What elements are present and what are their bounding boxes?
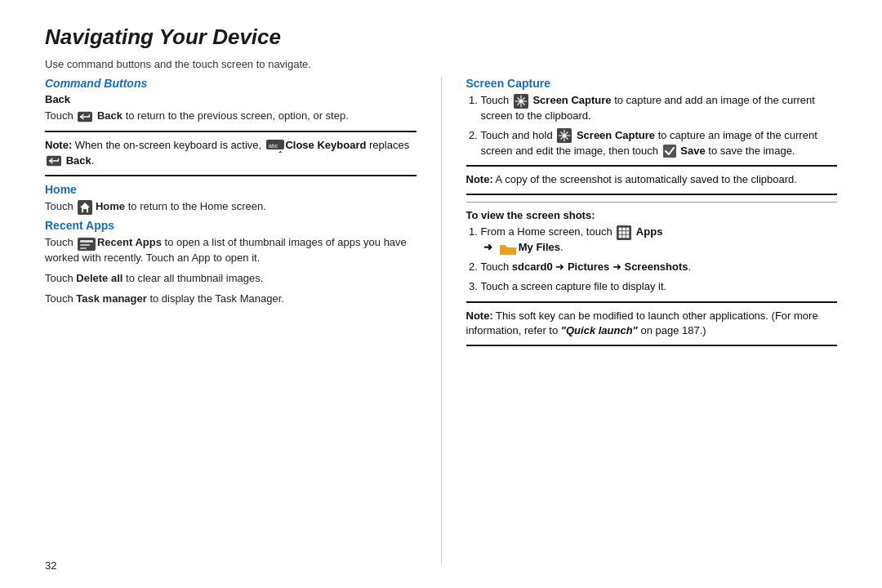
svg-point-21 xyxy=(563,134,566,137)
back-description: Touch Back to return to the previous scr… xyxy=(45,109,416,124)
recent-apps-heading: Recent Apps xyxy=(45,219,416,232)
svg-rect-30 xyxy=(619,234,622,238)
screen-capture-list: Touch Screen Capture to capture and add … xyxy=(466,93,838,158)
back-icon-note xyxy=(47,155,61,167)
to-view-heading: To view the screen shots: xyxy=(466,209,838,221)
delete-all-text: Touch Delete all to clear all thumbnail … xyxy=(45,271,416,287)
svg-rect-31 xyxy=(622,234,626,238)
save-checkmark-icon xyxy=(663,145,676,158)
svg-rect-28 xyxy=(622,231,626,234)
home-heading: Home xyxy=(45,183,416,196)
page-number: 32 xyxy=(45,559,56,572)
screen-capture-heading: Screen Capture xyxy=(466,77,838,90)
home-description: Touch Home to return to the Home screen. xyxy=(45,199,416,215)
divider-1 xyxy=(466,202,838,203)
view-item-2: Touch sdcard0 ➜ Pictures ➜ Screenshots. xyxy=(481,260,838,275)
view-item-1: From a Home screen, touch xyxy=(481,225,838,256)
arrow-icon: ➜ xyxy=(483,240,492,256)
svg-rect-7 xyxy=(80,240,93,243)
svg-rect-8 xyxy=(80,244,90,246)
task-manager-text: Touch Task manager to display the Task M… xyxy=(45,292,416,307)
folder-icon xyxy=(499,243,514,254)
view-shots-list: From a Home screen, touch xyxy=(466,225,838,294)
view-item-3: Touch a screen capture file to display i… xyxy=(481,279,838,295)
recent-apps-description: Touch Recent Apps to open a list of thum… xyxy=(45,235,416,266)
note-keyboard: Note: When the on-screen keyboard is act… xyxy=(45,131,416,176)
home-icon xyxy=(78,200,91,213)
screen-capture-icon-1 xyxy=(514,94,528,109)
svg-rect-25 xyxy=(622,227,626,230)
sc-list-item-1: Touch Screen Capture to capture and add … xyxy=(481,93,838,124)
back-icon xyxy=(78,111,92,122)
note-screenshot: Note: A copy of the screenshot is automa… xyxy=(466,165,838,195)
svg-rect-27 xyxy=(619,231,622,234)
recent-apps-icon xyxy=(78,238,92,249)
screen-capture-icon-2 xyxy=(557,128,572,143)
svg-rect-32 xyxy=(626,234,630,238)
svg-rect-26 xyxy=(626,227,630,230)
svg-rect-9 xyxy=(80,247,87,249)
close-keyboard-icon: abc xyxy=(266,140,281,151)
svg-rect-29 xyxy=(626,231,630,234)
page-title: Navigating Your Device xyxy=(45,24,837,50)
command-buttons-heading: Command Buttons xyxy=(45,77,416,90)
intro-text: Use command buttons and the touch screen… xyxy=(45,58,837,70)
sc-list-item-2: Touch and hold Screen Capture to capture… xyxy=(481,128,838,159)
back-heading: Back xyxy=(45,93,416,105)
svg-point-15 xyxy=(519,100,523,103)
apps-grid-icon xyxy=(617,225,631,240)
svg-text:abc: abc xyxy=(269,143,278,149)
svg-rect-24 xyxy=(619,227,622,230)
note-softkey: Note: This soft key can be modified to l… xyxy=(466,301,838,347)
